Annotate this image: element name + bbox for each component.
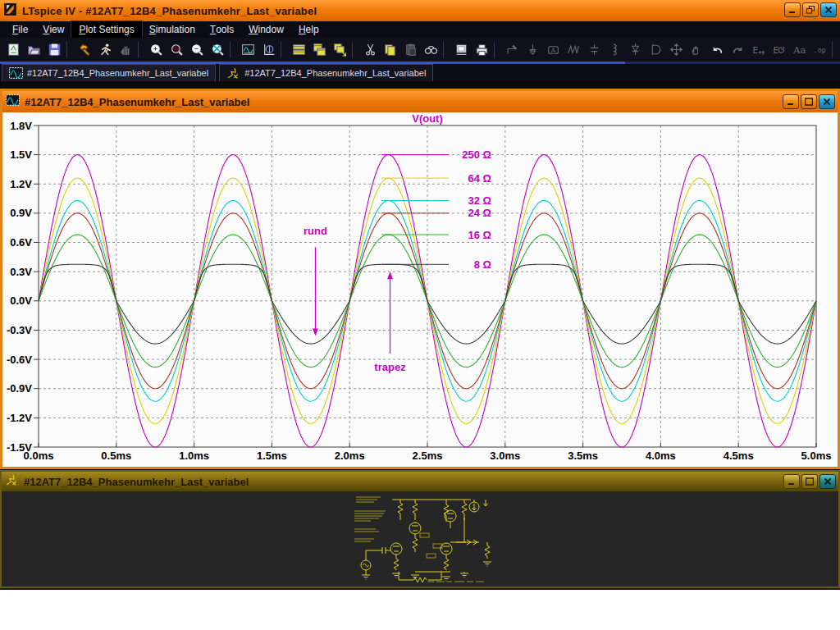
zoom-full-icon [211,43,225,57]
annotation-trapez[interactable]: trapez [374,361,406,373]
legend-label[interactable]: 64 Ω [468,172,492,185]
close-button[interactable] [820,2,837,17]
ground-icon [526,43,540,57]
print-preview-button[interactable] [451,40,472,60]
print-button[interactable] [472,40,492,60]
find-button[interactable] [421,40,441,60]
schematic-minimize-button[interactable] [783,474,800,489]
svg-text:A: A [551,47,556,54]
x-tick-label: 1.0ms [179,450,209,462]
toolbar-separator [230,42,235,58]
drag-button [687,40,707,60]
run-simulation-button[interactable] [95,40,116,60]
cascade-windows-button[interactable] [330,40,350,60]
schematic-maximize-button[interactable] [801,474,818,489]
x-tick-label: 3.0ms [490,450,520,462]
new-page-icon [7,43,21,57]
legend-label[interactable]: 16 Ω [468,229,492,241]
legend-label[interactable]: 250 Ω [462,148,491,161]
schematic-window: #12AT7_12B4_Phasenumkehr_Last_variabel [0,470,840,588]
annotation-arrowhead [313,329,318,336]
toolbar-separator [66,42,72,58]
component-icon [649,43,663,57]
toolbar-separator [352,42,358,58]
y-tick-label: 0.3V [10,266,32,278]
plot-minimize-button[interactable] [783,94,799,109]
legend-label[interactable]: 32 Ω [468,194,492,207]
tile-vertically-button[interactable] [309,40,330,60]
zoom-back-button[interactable] [167,40,187,60]
annotation-arrowhead [387,272,393,279]
ltspice-logo-icon [3,2,17,20]
x-tick-label: 2.0ms [335,450,365,462]
place-inductor-button [605,40,625,60]
zoom-out-icon [190,43,204,57]
waveform-icon [9,66,23,80]
tile-horiz-icon [292,43,306,57]
mdi-area: #12AT7_12B4_Phasenumkehr_Last_variabel 0… [0,81,840,588]
resistor-icon [567,43,581,57]
drag-icon [690,43,704,57]
print-icon [475,43,489,57]
plot-title-vout[interactable]: V(out) [412,112,443,125]
zoom-in-button[interactable] [146,40,167,60]
waveform-window-titlebar[interactable]: #12AT7_12B4_Phasenumkehr_Last_variabel [2,91,838,112]
place-text-button: Aa [789,40,810,60]
redo-icon [731,43,745,57]
inductor-icon [608,43,622,57]
menu-window[interactable]: Window [241,21,291,38]
halt-simulation-button [116,40,136,60]
control-panel-button[interactable] [75,40,95,60]
menu-help[interactable]: Help [291,21,326,38]
menu-simulation[interactable]: Simulation [142,21,203,38]
tile-horizontally-button[interactable] [289,40,309,60]
app-window: LTspice IV - #12AT7_12B4_Phasenumkehr_La… [0,0,840,590]
save-button[interactable] [44,40,65,60]
schematic-window-titlebar[interactable]: #12AT7_12B4_Phasenumkehr_Last_variabel [2,472,838,491]
tab-schematic[interactable]: #12AT7_12B4_Phasenumkehr_Last_variabel [219,64,433,81]
y-tick-label: -0.3V [7,324,32,336]
schematic-close-button[interactable] [819,474,836,489]
redo-button [728,40,748,60]
undo-button[interactable] [707,40,728,60]
schematic-canvas[interactable] [2,491,838,587]
zoom-out-button[interactable] [187,40,208,60]
menu-plot-settings[interactable]: Plot Settings [71,21,141,38]
y-tick-label: 0.0V [10,294,32,307]
run-icon [98,43,112,57]
toolbar: AEEAa.op [0,38,840,62]
menu-tools[interactable]: Tools [203,21,241,38]
autorange-icon [241,43,255,57]
copy-button[interactable] [381,40,401,60]
toolbar-separator [494,42,500,58]
open-file-button[interactable] [24,40,44,60]
waveform-window: #12AT7_12B4_Phasenumkehr_Last_variabel 0… [0,89,840,469]
annotation-rund[interactable]: rund [304,225,327,237]
plot-frame [39,126,816,447]
new-file-button[interactable] [3,40,24,60]
toolbar-separator [443,42,449,58]
menu-view[interactable]: View [35,21,71,38]
legend-label[interactable]: 24 Ω [468,207,492,219]
tab-waveform[interactable]: #12AT7_12B4_Phasenumkehr_Last_variabel [2,64,216,81]
save-icon [48,43,62,57]
x-tick-label: 2.5ms [413,450,443,462]
autorange-y-axis-button[interactable] [238,40,258,60]
zoom-full-extents-button[interactable] [208,40,228,60]
mirror-button: E [748,40,769,60]
place-component-button [646,40,666,60]
menu-file[interactable]: File [5,21,35,38]
plot-close-button[interactable] [819,94,835,109]
plot-maximize-button[interactable] [801,94,817,109]
plot-pane-button[interactable] [258,40,279,60]
cut-button[interactable] [360,40,381,60]
draw-wire-button [502,40,523,60]
restore-button[interactable] [802,2,819,17]
zoom-area-icon [170,43,184,57]
y-tick-label: 1.8V [10,120,32,132]
paste-button [400,40,421,60]
waveform-plot[interactable]: 0.0ms0.5ms1.0ms1.5ms2.0ms2.5ms3.0ms3.5ms… [2,112,838,467]
plot-area[interactable]: 0.0ms0.5ms1.0ms1.5ms2.0ms2.5ms3.0ms3.5ms… [2,112,838,467]
legend-label[interactable]: 8 Ω [474,258,491,271]
minimize-button[interactable] [784,2,801,17]
